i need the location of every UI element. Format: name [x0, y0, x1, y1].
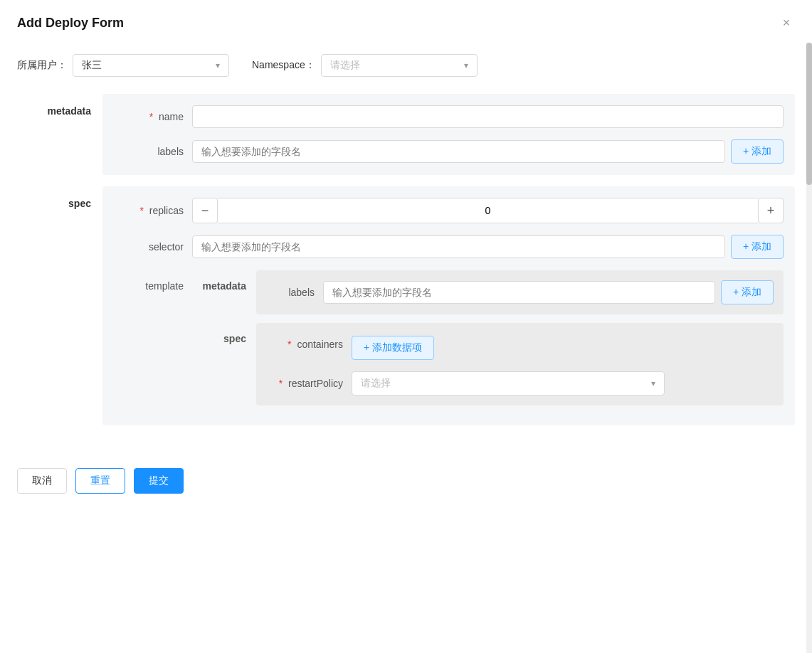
template-field-row: template metadata labels + 添加	[114, 270, 784, 414]
namespace-select-arrow: ▾	[464, 60, 468, 70]
template-labels-field-row: labels + 添加	[266, 280, 774, 304]
cancel-button[interactable]: 取消	[17, 468, 67, 494]
scrollbar-track	[806, 43, 812, 653]
namespace-field-group: Namespace： 请选择 ▾	[252, 54, 478, 77]
metadata-label: metadata	[17, 94, 102, 175]
restart-required-star: *	[279, 378, 283, 389]
replicas-plus-button[interactable]: +	[758, 198, 784, 223]
template-metadata-content: labels + 添加	[256, 270, 784, 314]
name-required-star: *	[149, 111, 153, 122]
replicas-input[interactable]	[218, 198, 758, 223]
containers-field-row: * containers + 添加数据项	[266, 333, 774, 360]
spec-content: * replicas − + selector + 添加	[102, 186, 795, 425]
template-spec-label: spec	[192, 323, 256, 405]
metadata-content: * name labels + 添加	[102, 94, 795, 175]
submit-button[interactable]: 提交	[134, 468, 184, 494]
namespace-placeholder: 请选择	[330, 59, 360, 72]
user-select-arrow: ▾	[216, 60, 220, 70]
name-field-row: * name	[114, 105, 784, 128]
restart-policy-select[interactable]: 请选择 ▾	[352, 371, 665, 395]
containers-content: + 添加数据项	[352, 333, 434, 360]
selector-add-button[interactable]: + 添加	[731, 235, 784, 259]
replicas-required-star: *	[139, 205, 143, 216]
name-input[interactable]	[192, 105, 784, 128]
restart-policy-field-row: * restartPolicy 请选择 ▾	[266, 371, 774, 395]
template-labels-label: labels	[266, 287, 323, 298]
close-button[interactable]: ×	[778, 14, 795, 31]
modal-body: 所属用户： 张三 ▾ Namespace： 请选择 ▾ metadata	[0, 43, 812, 454]
labels-add-button[interactable]: + 添加	[731, 139, 784, 164]
reset-button[interactable]: 重置	[75, 468, 125, 494]
template-metadata-section: metadata labels + 添加	[192, 270, 784, 314]
user-value: 张三	[82, 59, 102, 72]
restart-policy-label: * restartPolicy	[266, 378, 352, 389]
labels-row: + 添加	[192, 139, 784, 164]
name-field-label: * name	[114, 111, 192, 122]
user-label: 所属用户：	[17, 59, 67, 72]
modal-title: Add Deploy Form	[17, 16, 124, 31]
spec-section: spec * replicas − + selector	[17, 186, 795, 425]
selector-field-row: selector + 添加	[114, 235, 784, 259]
containers-required-star: *	[288, 339, 291, 350]
modal-header: Add Deploy Form ×	[0, 0, 812, 43]
user-select[interactable]: 张三 ▾	[73, 54, 229, 77]
replicas-stepper: − +	[192, 198, 784, 223]
restart-policy-placeholder: 请选择	[361, 377, 391, 390]
user-field-group: 所属用户： 张三 ▾	[17, 54, 229, 77]
top-row: 所属用户： 张三 ▾ Namespace： 请选择 ▾	[17, 54, 795, 77]
containers-label: * containers	[266, 333, 352, 350]
template-metadata-label: metadata	[192, 270, 256, 314]
replicas-minus-button[interactable]: −	[192, 198, 218, 223]
labels-field-row: labels + 添加	[114, 139, 784, 164]
template-content-wrapper: metadata labels + 添加	[192, 270, 784, 414]
selector-input[interactable]	[192, 235, 725, 258]
modal-footer: 取消 重置 提交	[0, 454, 812, 508]
labels-field-label: labels	[114, 146, 192, 157]
replicas-field-row: * replicas − +	[114, 198, 784, 223]
scrollbar-thumb[interactable]	[806, 43, 812, 185]
template-label: template	[114, 270, 192, 292]
spec-label: spec	[17, 186, 102, 425]
template-spec-section: spec * containers + 添加数据项	[192, 323, 784, 405]
template-spec-content: * containers + 添加数据项	[256, 323, 784, 405]
labels-input[interactable]	[192, 140, 725, 163]
selector-row: + 添加	[192, 235, 784, 259]
restart-policy-arrow: ▾	[651, 378, 655, 388]
selector-field-label: selector	[114, 241, 192, 253]
modal: Add Deploy Form × 所属用户： 张三 ▾ Namespace： …	[0, 0, 812, 653]
namespace-select[interactable]: 请选择 ▾	[321, 54, 478, 77]
metadata-section: metadata * name labels + 添加	[17, 94, 795, 175]
add-containers-button[interactable]: + 添加数据项	[352, 336, 434, 360]
template-labels-input[interactable]	[323, 281, 715, 304]
namespace-label: Namespace：	[252, 59, 315, 72]
template-labels-row: + 添加	[323, 280, 774, 304]
template-labels-add-button[interactable]: + 添加	[721, 280, 774, 304]
replicas-field-label: * replicas	[114, 205, 192, 216]
